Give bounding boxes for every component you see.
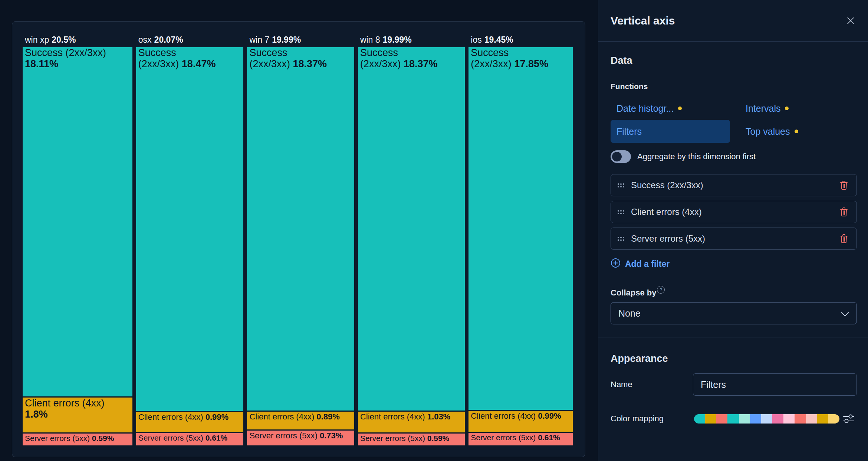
mosaic-cell[interactable]: Server errors (5xx) 0.61% [136, 433, 244, 445]
mosaic-cell[interactable]: Success(2xx/3xx) 18.37% [247, 47, 354, 411]
chevron-down-icon [841, 308, 849, 319]
color-mapping-settings-button[interactable] [841, 411, 857, 427]
appearance-heading: Appearance [611, 353, 857, 364]
flyout-header: Vertical axis [598, 0, 868, 42]
mosaic-cell[interactable]: Server errors (5xx) 0.59% [358, 434, 465, 445]
filter-row-client-errors[interactable]: Client errors (4xx) [611, 201, 857, 223]
toggle-knob [612, 152, 622, 161]
aggregate-toggle-label: Aggregate by this dimension first [637, 152, 756, 161]
flyout-title: Vertical axis [611, 14, 675, 27]
mosaic-column-win-8: win 819.99%Success(2xx/3xx) 18.37%Client… [358, 30, 465, 445]
color-mapping-row: Color mapping [611, 411, 857, 427]
function-filters-selected[interactable]: Filters [611, 120, 730, 143]
filter-row-server-errors[interactable]: Server errors (5xx) [611, 228, 857, 250]
mosaic-column-win-7: win 719.99%Success(2xx/3xx) 18.37%Client… [247, 30, 354, 445]
name-label: Name [611, 380, 693, 389]
close-icon [846, 21, 855, 27]
mosaic-cell[interactable]: Client errors (4xx) 1.03% [358, 412, 465, 432]
plus-circle-icon [611, 258, 621, 270]
drag-handle-icon[interactable] [618, 183, 624, 187]
mosaic-column-ios: ios19.45%Success(2xx/3xx) 17.85%Client e… [468, 30, 573, 445]
mosaic-cell[interactable]: Client errors (4xx)1.8% [23, 398, 132, 432]
column-header: win 719.99% [247, 30, 354, 47]
color-mapping-label: Color mapping [611, 414, 693, 424]
filter-list: Success (2xx/3xx) Client errors (4xx) [611, 174, 857, 250]
aggregate-toggle[interactable] [611, 150, 631, 163]
lens-editor: win xp20.5%Success (2xx/3xx)18.11%Client… [0, 0, 868, 461]
mosaic-cell[interactable]: Server errors (5xx) 0.59% [23, 434, 132, 445]
mosaic-cell[interactable]: Success(2xx/3xx) 18.47% [136, 47, 244, 411]
functions-label: Functions [611, 82, 857, 91]
name-input[interactable] [693, 373, 857, 396]
delete-filter-button[interactable] [838, 232, 850, 245]
trash-icon [839, 186, 848, 192]
trash-icon [839, 213, 848, 218]
drag-handle-icon[interactable] [618, 210, 624, 214]
name-row: Name [611, 373, 857, 396]
mosaic-column-win-xp: win xp20.5%Success (2xx/3xx)18.11%Client… [23, 30, 132, 445]
mosaic-cell[interactable]: Success (2xx/3xx)18.11% [23, 47, 132, 396]
mosaic-chart-panel: win xp20.5%Success (2xx/3xx)18.11%Client… [12, 21, 585, 457]
mosaic-cell[interactable]: Server errors (5xx) 0.73% [247, 431, 354, 445]
collapse-by-label: Collapse by ? [611, 288, 857, 298]
section-divider [598, 337, 868, 337]
mosaic-cell[interactable]: Client errors (4xx) 0.89% [247, 412, 354, 429]
aggregate-toggle-row: Aggregate by this dimension first [611, 150, 857, 163]
mosaic-cell[interactable]: Client errors (4xx) 0.99% [468, 411, 573, 431]
column-header: win xp20.5% [23, 30, 132, 47]
trash-icon [839, 239, 848, 245]
function-date-histogram[interactable]: Date histogr... [611, 97, 734, 120]
function-grid: Date histogr... Intervals Filters Top va… [611, 97, 857, 143]
delete-filter-button[interactable] [838, 179, 850, 192]
appearance-section: Appearance Name Color mapping [611, 353, 857, 427]
mosaic-column-osx: osx20.07%Success(2xx/3xx) 18.47%Client e… [136, 30, 244, 445]
vertical-axis-flyout: Vertical axis Data Functions Date histog… [598, 0, 868, 461]
column-header: ios19.45% [468, 30, 573, 47]
incompatible-dot-icon [678, 107, 682, 110]
function-top-values[interactable]: Top values [734, 120, 857, 143]
delete-filter-button[interactable] [838, 205, 850, 219]
filter-row-success[interactable]: Success (2xx/3xx) [611, 174, 857, 196]
close-button[interactable] [844, 14, 857, 27]
mosaic-chart: win xp20.5%Success (2xx/3xx)18.11%Client… [23, 30, 573, 445]
incompatible-dot-icon [785, 107, 789, 110]
mosaic-cell[interactable]: Success(2xx/3xx) 18.37% [358, 47, 465, 411]
collapse-by-select[interactable]: None [611, 302, 857, 324]
color-palette-strip[interactable] [694, 414, 839, 424]
column-header: win 819.99% [358, 30, 465, 47]
drag-handle-icon[interactable] [618, 237, 624, 241]
add-filter-button[interactable]: Add a filter [611, 258, 670, 270]
mosaic-cell[interactable]: Server errors (5xx) 0.61% [468, 433, 573, 445]
help-icon[interactable]: ? [657, 286, 665, 294]
sliders-icon [842, 421, 855, 426]
incompatible-dot-icon [795, 130, 798, 133]
mosaic-cell[interactable]: Client errors (4xx) 0.99% [136, 412, 244, 432]
data-section-heading: Data [611, 55, 857, 66]
function-intervals[interactable]: Intervals [734, 97, 857, 120]
column-header: osx20.07% [136, 30, 244, 47]
mosaic-cell[interactable]: Success(2xx/3xx) 17.85% [468, 47, 573, 410]
